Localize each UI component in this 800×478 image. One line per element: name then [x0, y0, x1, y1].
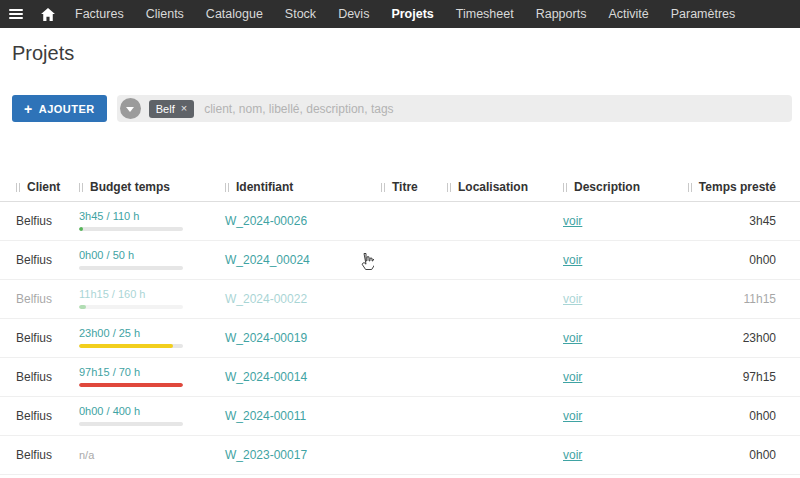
budget-bar-fill: [79, 344, 173, 348]
hamburger-menu-icon[interactable]: [0, 0, 32, 28]
table-row: Belfius 0h00 / 50 h W_2024_00024 voir 0h…: [0, 240, 800, 279]
add-button[interactable]: + AJOUTER: [12, 95, 107, 122]
tag-close-icon[interactable]: ×: [181, 103, 187, 114]
client-name: Belfius: [16, 292, 52, 306]
nav-item-rapports[interactable]: Rapports: [525, 0, 598, 28]
sort-grip-icon: [447, 183, 451, 192]
nav-item-factures[interactable]: Factures: [64, 0, 135, 28]
budget-text: 11h15 / 160 h: [79, 288, 223, 300]
table-row: Belfius 11h15 / 160 h W_2024-00022 voir …: [0, 279, 800, 318]
voir-link[interactable]: voir: [563, 331, 582, 345]
column-header-budget-temps[interactable]: Budget temps: [78, 174, 224, 201]
client-name: Belfius: [16, 331, 52, 345]
temps-preste-value: 0h00: [749, 409, 776, 423]
project-link[interactable]: W_2024-00014: [225, 370, 307, 384]
column-label: Identifiant: [236, 180, 293, 194]
temps-preste-value: 97h15: [743, 370, 776, 384]
column-label: Description: [574, 180, 640, 194]
column-header-temps-preste[interactable]: Temps presté: [674, 174, 800, 201]
nav-item-stock[interactable]: Stock: [274, 0, 327, 28]
project-link[interactable]: W_2024-00019: [225, 331, 307, 345]
project-link[interactable]: W_2024-00022: [225, 292, 307, 306]
table-row: Belfius 3h45 / 110 h W_2024-00026 voir 3…: [0, 201, 800, 240]
temps-preste-value: 23h00: [743, 331, 776, 345]
sort-grip-icon: [225, 183, 229, 192]
search-bar[interactable]: Belf ×: [117, 95, 792, 122]
nav-item-clients[interactable]: Clients: [135, 0, 195, 28]
temps-preste-value: 0h00: [749, 253, 776, 267]
sort-grip-icon: [79, 183, 83, 192]
client-name: Belfius: [16, 253, 52, 267]
voir-link[interactable]: voir: [563, 292, 582, 306]
client-name: Belfius: [16, 448, 52, 462]
budget-bar-fill: [79, 227, 83, 231]
nav-item-devis[interactable]: Devis: [327, 0, 380, 28]
budget-text: 23h00 / 25 h: [79, 327, 223, 339]
hamburger-bars: [9, 7, 23, 21]
table-header-row: Client Budget temps Identifiant Titre Lo…: [0, 174, 800, 201]
voir-link[interactable]: voir: [563, 448, 582, 462]
column-header-client[interactable]: Client: [0, 174, 78, 201]
table-row: Belfius 0h00 / 400 h W_2024-00011 voir 0…: [0, 396, 800, 435]
filter-tag-label: Belf: [156, 103, 175, 115]
sort-grip-icon: [381, 183, 385, 192]
nav-item-timesheet[interactable]: Timesheet: [445, 0, 525, 28]
client-name: Belfius: [16, 370, 52, 384]
column-header-localisation[interactable]: Localisation: [446, 174, 562, 201]
column-label: Budget temps: [90, 180, 170, 194]
column-label: Client: [27, 180, 60, 194]
table-row: Belfius n/a W_2023-00017 voir 0h00: [0, 435, 800, 474]
budget-bar-fill: [79, 383, 183, 387]
project-link[interactable]: W_2024-00026: [225, 214, 307, 228]
project-link[interactable]: W_2023-00017: [225, 448, 307, 462]
budget-text: 97h15 / 70 h: [79, 366, 223, 378]
sort-grip-icon: [688, 183, 692, 192]
budget-bar-track: [79, 266, 183, 270]
top-navbar: Factures Clients Catalogue Stock Devis P…: [0, 0, 800, 28]
nav-item-parametres[interactable]: Paramètres: [660, 0, 747, 28]
voir-link[interactable]: voir: [563, 253, 582, 267]
projects-table: Client Budget temps Identifiant Titre Lo…: [0, 174, 800, 475]
client-name: Belfius: [16, 409, 52, 423]
table-row: Belfius 23h00 / 25 h W_2024-00019 voir 2…: [0, 318, 800, 357]
temps-preste-value: 3h45: [749, 214, 776, 228]
budget-text: 0h00 / 50 h: [79, 249, 223, 261]
budget-bar-track: [79, 422, 183, 426]
project-link[interactable]: W_2024-00011: [225, 409, 306, 423]
table-row: Belfius 97h15 / 70 h W_2024-00014 voir 9…: [0, 357, 800, 396]
temps-preste-value: 0h00: [749, 448, 776, 462]
project-link[interactable]: W_2024_00024: [225, 253, 310, 267]
column-label: Titre: [392, 180, 418, 194]
column-header-description[interactable]: Description: [562, 174, 674, 201]
budget-bar-track: [79, 305, 183, 309]
sort-grip-icon: [16, 183, 20, 192]
column-label: Localisation: [458, 180, 528, 194]
toolbar: + AJOUTER Belf ×: [12, 95, 792, 122]
budget-text: 3h45 / 110 h: [79, 210, 223, 222]
home-icon[interactable]: [32, 0, 64, 28]
chevron-down-icon: [126, 107, 134, 112]
filter-tag[interactable]: Belf ×: [149, 100, 194, 118]
plus-icon: +: [24, 102, 33, 116]
budget-text: n/a: [79, 449, 223, 461]
add-button-label: AJOUTER: [39, 103, 95, 115]
voir-link[interactable]: voir: [563, 370, 582, 384]
temps-preste-value: 11h15: [744, 292, 776, 306]
voir-link[interactable]: voir: [563, 409, 582, 423]
filter-dropdown-button[interactable]: [120, 98, 141, 119]
voir-link[interactable]: voir: [563, 214, 582, 228]
column-header-titre[interactable]: Titre: [380, 174, 446, 201]
search-input[interactable]: [202, 101, 784, 117]
budget-bar-track: [79, 344, 183, 348]
nav-item-projets[interactable]: Projets: [380, 0, 444, 28]
budget-text: 0h00 / 400 h: [79, 405, 223, 417]
sort-grip-icon: [563, 183, 567, 192]
column-header-identifiant[interactable]: Identifiant: [224, 174, 380, 201]
nav-item-catalogue[interactable]: Catalogue: [195, 0, 274, 28]
client-name: Belfius: [16, 214, 52, 228]
column-label: Temps presté: [699, 180, 776, 194]
budget-bar-fill: [79, 305, 86, 309]
page-title: Projets: [12, 42, 800, 65]
budget-bar-track: [79, 227, 183, 231]
nav-item-activite[interactable]: Activité: [597, 0, 659, 28]
